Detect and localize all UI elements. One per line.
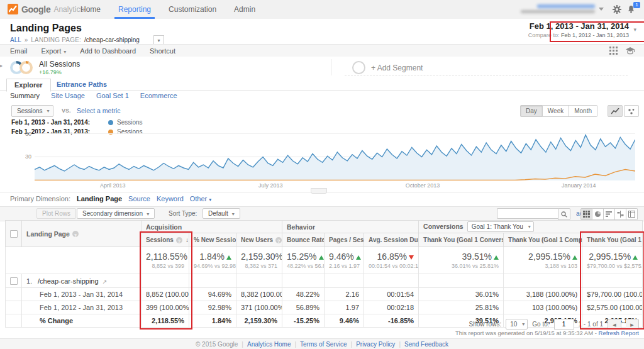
page-header: Landing Pages ALL LANDING PAGE: /cheap-c…: [0, 19, 644, 44]
sessions-chart[interactable]: [35, 133, 635, 180]
select-all-checkbox[interactable]: [10, 230, 18, 238]
add-to-dashboard-button[interactable]: Add to Dashboard: [80, 45, 136, 57]
add-segment-circle-icon: [352, 61, 365, 74]
help-icon[interactable]: [72, 231, 79, 237]
summary-bounce-rate: 15.25%48.22% vs 56.89%: [282, 247, 325, 274]
dimension-keyword[interactable]: Keyword: [157, 195, 184, 202]
view-data-table-button[interactable]: [580, 208, 592, 220]
refresh-report-link[interactable]: Refresh Report: [599, 330, 639, 336]
trend-icon: [572, 255, 577, 260]
secondary-dimension-button[interactable]: Secondary dimension: [77, 208, 155, 219]
dimension-landing-page[interactable]: Landing Page: [77, 195, 122, 202]
motion-chart-button[interactable]: [624, 105, 639, 117]
date-range-selector[interactable]: Feb 1, 2013 - Jan 31, 2014 Compare to: F…: [528, 21, 636, 38]
trend-icon: [226, 255, 231, 260]
line-chart-button[interactable]: [608, 105, 623, 117]
nav-admin[interactable]: Admin: [234, 0, 255, 19]
top-nav: Google Analytics Home Reporting Customiz…: [0, 0, 644, 19]
column-goal-value[interactable]: Thank You (Goal 1 Value): [582, 233, 643, 247]
email-button[interactable]: Email: [10, 45, 28, 57]
search-icon[interactable]: [558, 208, 570, 220]
group-acquisition: Acquisition: [142, 221, 282, 233]
landing-page-link[interactable]: /cheap-car-shipping: [38, 277, 99, 285]
view-performance-button[interactable]: [604, 208, 615, 220]
breadcrumb-all-link[interactable]: ALL: [10, 36, 21, 43]
column-session-duration[interactable]: Avg. Session Duration: [364, 233, 419, 247]
tab-entrance-paths[interactable]: Entrance Paths: [57, 78, 107, 91]
next-page-button[interactable]: [626, 319, 639, 330]
settings-gear-icon[interactable]: [613, 5, 621, 14]
add-segment-button[interactable]: + Add Segment: [352, 61, 423, 74]
sort-type-button[interactable]: Default: [203, 208, 240, 219]
column-sessions[interactable]: Sessions: [142, 233, 189, 247]
segment-all-sessions[interactable]: All Sessions +16.79%: [10, 60, 80, 75]
education-cap-icon[interactable]: [625, 47, 635, 56]
subnav-summary[interactable]: Summary: [10, 92, 40, 99]
segment-donut-orange-icon: [19, 61, 33, 74]
timeline-toggle-handle[interactable]: [311, 188, 327, 194]
sidebar-collapse-handle[interactable]: [0, 63, 3, 69]
y-axis-label-30: 30: [20, 153, 31, 160]
column-new-sessions[interactable]: % New Sessions: [189, 233, 236, 247]
dimension-other[interactable]: Other: [190, 195, 212, 202]
nav-home[interactable]: Home: [80, 0, 101, 19]
footer-feedback[interactable]: Send Feedback: [404, 341, 448, 348]
column-bounce-rate[interactable]: Bounce Rate: [282, 233, 325, 247]
tab-explorer[interactable]: Explorer: [6, 79, 51, 92]
open-in-new-icon[interactable]: [103, 277, 108, 285]
show-rows-label: Show rows:: [469, 321, 501, 328]
column-landing-page[interactable]: Landing Page: [22, 221, 142, 247]
column-pages-session[interactable]: Pages / Session: [325, 233, 364, 247]
trend-icon: [633, 255, 638, 260]
view-percentage-button[interactable]: [592, 208, 604, 220]
help-icon[interactable]: [176, 237, 182, 243]
sort-type-label: Sort Type:: [169, 210, 197, 217]
ga-logo[interactable]: Google Analytics: [8, 4, 84, 14]
help-icon[interactable]: [275, 237, 282, 243]
footer-analytics-home[interactable]: Analytics Home: [247, 341, 291, 348]
trend-icon: [319, 255, 324, 260]
granularity-week[interactable]: Week: [543, 105, 569, 117]
footer-privacy[interactable]: Privacy Policy: [356, 341, 395, 348]
column-new-users[interactable]: New Users: [236, 233, 282, 247]
nav-reporting[interactable]: Reporting: [118, 0, 151, 19]
brand-analytics: Analytics: [53, 5, 84, 14]
sort-descending-icon[interactable]: [186, 236, 189, 243]
account-menu-caret-icon[interactable]: [599, 8, 604, 11]
metric-selector[interactable]: Sessions: [11, 105, 53, 117]
goal-selector[interactable]: Goal 1: Thank You: [467, 221, 534, 232]
account-info[interactable]: [521, 4, 595, 13]
trend-icon: [356, 255, 361, 260]
subnav-site-usage[interactable]: Site Usage: [51, 92, 85, 99]
show-rows-select[interactable]: 10: [506, 319, 528, 330]
summary-new-users: 2,159.30%8,382 vs 371: [236, 247, 282, 274]
goto-page-input[interactable]: [554, 319, 574, 330]
x-tick-april: April 2013: [100, 182, 126, 189]
subnav-ecommerce[interactable]: Ecommerce: [140, 92, 177, 99]
dimension-source[interactable]: Source: [128, 195, 150, 202]
column-goal-conversion-rate[interactable]: Thank You (Goal 1 Conversion Rate): [419, 233, 504, 247]
previous-page-button[interactable]: [608, 319, 621, 330]
summary-new-sessions: 1.84%94.69% vs 92.98%: [189, 247, 236, 274]
export-button[interactable]: Export: [42, 45, 67, 57]
column-goal-completions[interactable]: Thank You (Goal 1 Completions): [504, 233, 582, 247]
report-table: Landing Page Acquisition Behavior Conver…: [5, 220, 643, 328]
granularity-month[interactable]: Month: [569, 105, 597, 117]
nav-customization[interactable]: Customization: [169, 0, 216, 19]
select-metric-link[interactable]: Select a metric: [77, 107, 120, 114]
view-pivot-button[interactable]: [626, 208, 638, 220]
table-subrow-previous: Feb 1, 2012 - Jan 31, 2013 399 (100.00%)…: [6, 301, 643, 314]
granularity-day[interactable]: Day: [520, 105, 543, 117]
account-name-redacted: [521, 10, 595, 13]
footer-terms[interactable]: Terms of Service: [300, 341, 347, 348]
view-comparison-button[interactable]: [615, 208, 626, 220]
row-checkbox[interactable]: [10, 277, 18, 285]
table-search-input[interactable]: [497, 208, 558, 219]
shortcut-button[interactable]: Shortcut: [150, 45, 175, 57]
breadcrumb-dropdown-caret[interactable]: [153, 35, 164, 45]
plot-rows-button[interactable]: Plot Rows: [36, 208, 76, 219]
brand-google: Google: [21, 4, 50, 14]
subnav-goal-set-1[interactable]: Goal Set 1: [96, 92, 129, 99]
table-row: 1./cheap-car-shipping: [6, 274, 643, 288]
intelligence-grid-icon[interactable]: [609, 47, 618, 56]
